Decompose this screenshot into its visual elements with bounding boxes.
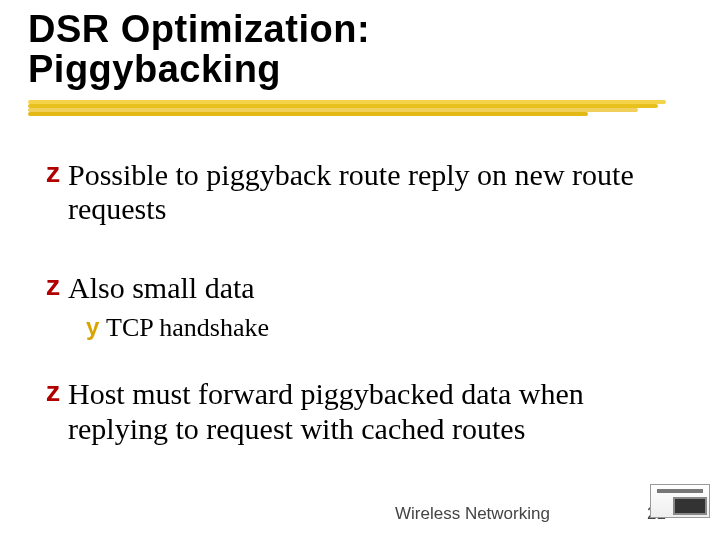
footer-text: Wireless Networking [395, 504, 550, 524]
bullet-text: Also small data [68, 271, 255, 306]
bullet-text: Possible to piggyback route reply on new… [68, 158, 680, 227]
title-underline [28, 100, 668, 118]
bullet-item: zHost must forward piggybacked data when… [46, 377, 680, 446]
title-line-2: Piggybacking [28, 50, 720, 90]
logo-icon [650, 484, 710, 518]
bullet-glyph-z-icon: z [46, 271, 66, 302]
slide: DSR Optimization: Piggybacking zPossible… [0, 0, 720, 540]
bullet-glyph-y-icon: y [86, 313, 104, 341]
title-line-1: DSR Optimization: [28, 10, 720, 50]
bullet-glyph-z-icon: z [46, 158, 66, 189]
bullet-text: Host must forward piggybacked data when … [68, 377, 680, 446]
bullet-item: zAlso small data [46, 271, 680, 306]
slide-title: DSR Optimization: Piggybacking [0, 10, 720, 90]
sub-bullet-text: TCP handshake [106, 313, 269, 343]
slide-content: zPossible to piggyback route reply on ne… [0, 118, 720, 446]
underline-stroke [28, 112, 588, 116]
bullet-glyph-z-icon: z [46, 377, 66, 408]
bullet-item: zPossible to piggyback route reply on ne… [46, 158, 680, 227]
sub-bullet-item: yTCP handshake [86, 313, 680, 343]
slide-footer: Wireless Networking 21 [0, 494, 720, 524]
